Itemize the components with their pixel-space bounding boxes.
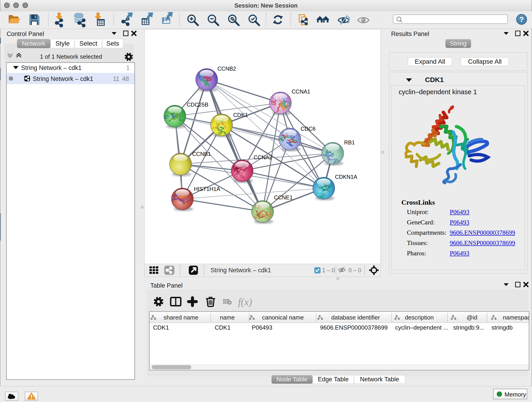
- svg-text:f(x): f(x): [238, 296, 252, 307]
- svg-text:0 – 0: 0 – 0: [348, 267, 361, 274]
- svg-text:RB1: RB1: [344, 139, 355, 146]
- svg-text:CCNB1: CCNB1: [192, 151, 211, 157]
- svg-text:canonical name: canonical name: [262, 314, 304, 321]
- svg-text:description: description: [405, 314, 434, 321]
- svg-text:HIST1H1A: HIST1H1A: [194, 186, 220, 192]
- svg-text:String Network – cdk1: String Network – cdk1: [210, 267, 271, 274]
- svg-text:1 – 0: 1 – 0: [322, 267, 335, 274]
- svg-text:CCNA2: CCNA2: [254, 154, 272, 160]
- svg-text:@id: @id: [467, 314, 477, 321]
- svg-text:namespace: namespace: [503, 314, 529, 321]
- svg-text:CCNE1: CCNE1: [274, 194, 293, 201]
- svg-text:CDC25B: CDC25B: [187, 102, 209, 108]
- svg-text:CCNA1: CCNA1: [292, 89, 310, 95]
- svg-text:CDK1: CDK1: [233, 112, 248, 118]
- svg-text:database identifier: database identifier: [331, 314, 380, 321]
- svg-text:CDKN1A: CDKN1A: [335, 174, 357, 180]
- svg-text:name: name: [220, 314, 234, 321]
- svg-text:shared name: shared name: [164, 314, 198, 321]
- svg-text:CDC6: CDC6: [301, 126, 316, 132]
- svg-text:CCNB2: CCNB2: [217, 65, 236, 72]
